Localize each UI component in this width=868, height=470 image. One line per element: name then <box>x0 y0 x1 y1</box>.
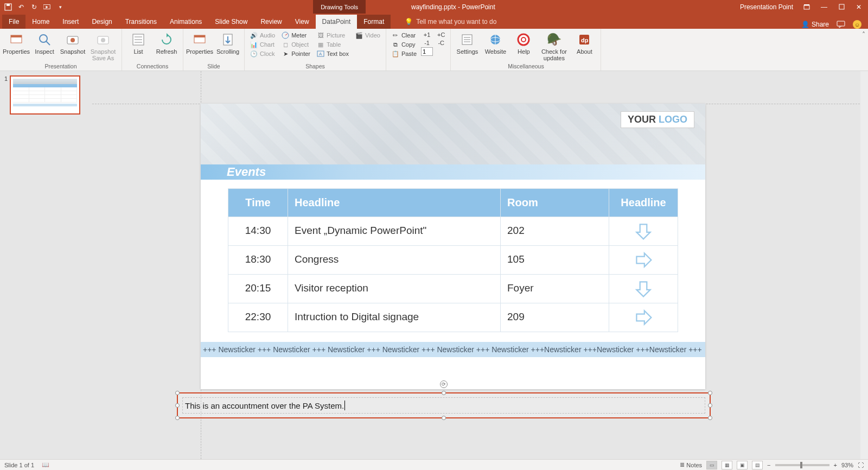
close-icon[interactable]: ✕ <box>855 3 863 11</box>
resize-handle[interactable] <box>708 416 712 420</box>
help-button[interactable]: Help <box>510 31 537 55</box>
properties-button[interactable]: Properties <box>3 31 29 55</box>
resize-handle[interactable] <box>175 416 180 420</box>
slide-properties-button[interactable]: Properties <box>187 31 213 55</box>
ribbon-display-options-icon[interactable] <box>803 3 810 11</box>
tab-view[interactable]: View <box>289 15 316 29</box>
snapshot-saveas-button[interactable]: Snapshot Save As <box>88 31 118 61</box>
comments-icon[interactable] <box>837 21 845 28</box>
tab-review[interactable]: Review <box>254 15 288 29</box>
picture-button[interactable]: 🖼Picture <box>315 31 351 40</box>
table-button[interactable]: ▦Table <box>315 40 351 49</box>
svg-rect-3 <box>804 5 809 9</box>
group-label-shapes: Shapes <box>248 62 382 70</box>
share-button[interactable]: 👤Share <box>801 21 829 28</box>
zoom-out-icon[interactable]: − <box>767 462 770 468</box>
slideshow-view-icon[interactable]: ▤ <box>752 461 763 469</box>
minimize-icon[interactable]: — <box>820 3 828 11</box>
spell-check-icon[interactable]: 📖 <box>42 461 49 468</box>
cell-headline: Intruction to Digital signage <box>288 303 501 332</box>
undo-icon[interactable]: ↶ <box>17 3 25 11</box>
collapse-ribbon-icon[interactable]: ˄ <box>859 29 868 71</box>
notes-label: Notes <box>686 462 702 468</box>
redo-icon[interactable]: ↻ <box>30 3 38 11</box>
plus1-button[interactable]: +1 <box>422 31 433 39</box>
video-button[interactable]: 🎬Video <box>353 31 382 40</box>
tab-animations[interactable]: Animations <box>163 15 208 29</box>
resize-handle[interactable] <box>708 403 712 408</box>
tab-file[interactable]: File <box>2 15 25 29</box>
meter-button[interactable]: Meter <box>279 31 312 40</box>
video-icon: 🎬 <box>355 31 363 39</box>
scrolling-button[interactable]: Scrolling <box>215 31 241 55</box>
textbox-content[interactable]: This is an accountment over the PA Syste… <box>182 397 705 414</box>
clock-button[interactable]: 🕒Clock <box>248 49 277 58</box>
resize-handle[interactable] <box>442 416 446 420</box>
tab-insert[interactable]: Insert <box>56 15 85 29</box>
zoom-slider[interactable] <box>775 464 829 466</box>
selected-textbox[interactable]: ⟳ This is an accountment over the PA Sys… <box>177 392 711 418</box>
resize-handle[interactable] <box>175 391 180 395</box>
zoom-in-icon[interactable]: + <box>834 462 837 468</box>
plusc-button[interactable]: +C <box>435 31 447 39</box>
normal-view-icon[interactable]: ▭ <box>706 461 717 469</box>
vertical-scrollbar[interactable] <box>860 71 868 459</box>
tab-home[interactable]: Home <box>25 15 56 29</box>
clear-button[interactable]: ✏Clear <box>390 31 419 40</box>
qat-customize-icon[interactable]: ▾ <box>56 3 64 11</box>
slide-sorter-view-icon[interactable]: ▦ <box>722 461 732 469</box>
zoom-level[interactable]: 93% <box>841 462 853 468</box>
website-button[interactable]: Website <box>482 31 508 55</box>
document-title: wayfinding.pptx - PowerPoint <box>411 3 495 11</box>
group-label-misc: Miscellaneous <box>454 62 597 70</box>
maximize-icon[interactable] <box>838 3 845 11</box>
pointer-button[interactable]: ➤Pointer <box>279 49 312 58</box>
rotation-handle[interactable]: ⟳ <box>440 380 448 388</box>
slide-properties-label: Properties <box>186 48 213 55</box>
save-icon[interactable] <box>4 3 12 11</box>
svg-point-9 <box>40 35 47 42</box>
newsticker: +++ Newsticker +++ Newsticker +++ Newsti… <box>201 342 705 357</box>
svg-point-12 <box>71 38 75 42</box>
slide[interactable]: YOUR LOGO Events Time Headline Room Head… <box>201 104 705 389</box>
minusc-button[interactable]: -C <box>436 39 446 47</box>
settings-button[interactable]: Settings <box>454 31 480 55</box>
tab-design[interactable]: Design <box>85 15 118 29</box>
svg-line-10 <box>46 41 50 45</box>
snapshot-saveas-label: Snapshot Save As <box>88 48 118 61</box>
tab-slideshow[interactable]: Slide Show <box>208 15 254 29</box>
inspect-button[interactable]: Inspect <box>31 31 58 55</box>
tell-me-label: Tell me what you want to do <box>416 18 496 26</box>
feedback-smiley-icon[interactable]: ☺ <box>853 20 861 29</box>
group-edit: ✏Clear ⧉Copy 📋Paste +1 -1 +C -C <box>386 29 451 71</box>
tab-transitions[interactable]: Transitions <box>119 15 163 29</box>
snapshot-button[interactable]: Snapshot <box>60 31 86 55</box>
paste-button[interactable]: 📋Paste <box>390 49 419 58</box>
tell-me-search[interactable]: 💡 Tell me what you want to do <box>400 15 501 29</box>
tab-datapoint[interactable]: DataPoint <box>316 15 358 29</box>
quick-access-toolbar: ↶ ↻ ▾ <box>0 3 68 11</box>
refresh-button[interactable]: Refresh <box>154 31 180 55</box>
reading-view-icon[interactable]: ▣ <box>737 461 748 469</box>
resize-handle[interactable] <box>708 391 712 395</box>
start-from-beginning-icon[interactable] <box>43 3 51 11</box>
table-row: 20:15Visitor receptionFoyer <box>228 274 678 303</box>
resize-handle[interactable] <box>175 403 180 408</box>
check-updates-button[interactable]: 🪖Check for updates <box>539 31 569 61</box>
group-label-presentation: Presentation <box>3 62 118 70</box>
slide-thumbnail-1[interactable] <box>10 75 80 115</box>
resize-handle[interactable] <box>442 391 446 395</box>
notes-button[interactable]: ≣ Notes <box>680 461 702 468</box>
textbox-button[interactable]: AText box <box>315 49 351 58</box>
copy-button[interactable]: ⧉Copy <box>390 40 419 49</box>
row-index-input[interactable] <box>421 47 433 56</box>
fit-to-window-icon[interactable]: ⛶ <box>858 462 864 468</box>
minus1-button[interactable]: -1 <box>422 39 432 47</box>
audio-button[interactable]: 🔊Audio <box>248 31 277 40</box>
about-button[interactable]: dpAbout <box>571 31 597 55</box>
tab-format[interactable]: Format <box>357 15 391 29</box>
object-button[interactable]: ◻Object <box>279 40 312 49</box>
chart-button[interactable]: 📊Chart <box>248 40 277 49</box>
slide-canvas[interactable]: YOUR LOGO Events Time Headline Room Head… <box>92 71 868 459</box>
list-button[interactable]: List <box>125 31 151 55</box>
